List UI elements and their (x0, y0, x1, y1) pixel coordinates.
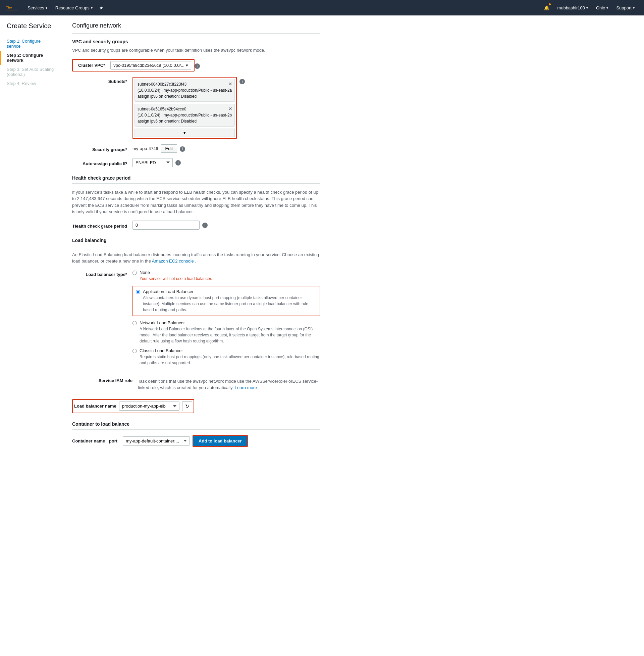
subnet2-id: subnet-0e5165e42b94cce0 (138, 106, 232, 112)
ec2-console-link[interactable]: Amazon EC2 console (152, 259, 194, 264)
nav-right-section: 🔔 mubbashir100 ▾ Ohio ▾ Support ▾ (540, 0, 639, 16)
health-check-description: If your service's tasks take a while to … (72, 189, 320, 215)
page-title: Create Service (0, 22, 62, 37)
health-check-title: Health check grace period (72, 175, 320, 181)
notification-dot (549, 3, 551, 5)
container-divider (72, 430, 320, 430)
cluster-vpc-value: vpc-0195fa9cdb23e56c9 (10.0.0.0/... (113, 63, 184, 68)
lb-none-content: None Your service will not use a load ba… (140, 270, 212, 282)
health-check-row: Health check grace period i (72, 221, 320, 229)
vpc-description: VPC and security groups are configurable… (72, 47, 320, 54)
security-group-value: my-app-4746 (133, 146, 158, 151)
cluster-vpc-select[interactable]: vpc-0195fa9cdb23e56c9 (10.0.0.0/... ▾ (110, 61, 191, 69)
subnet2-ipv6: assign ipv6 on creation: Disabled (138, 118, 232, 124)
subnets-control: subnet-00400b27c3f223f43 (10.0.0.0/24) |… (133, 77, 320, 139)
lb-option-clb: Classic Load Balancer Requires static ho… (133, 348, 320, 366)
iam-label: Service IAM role (72, 378, 133, 383)
subnets-info[interactable]: i (239, 79, 245, 84)
subnet1-cidr: (10.0.0.0/24) | my-app-production/Public… (138, 87, 232, 93)
sidebar-step-2[interactable]: Step 2: Configure network (0, 51, 62, 65)
lb-option-none: None Your service will not use a load ba… (133, 270, 212, 282)
cluster-vpc-info[interactable]: i (194, 63, 200, 69)
lb-refresh-button[interactable]: ↻ (182, 401, 192, 411)
lb-none-desc: Your service will not use a load balance… (140, 276, 212, 282)
lb-alb-radio[interactable] (136, 290, 140, 294)
lb-divider (72, 246, 320, 246)
service-iam-section: Service IAM role Task definitions that u… (72, 378, 320, 391)
cluster-vpc-label: Cluster VPC* (75, 62, 108, 69)
support-chevron: ▾ (633, 6, 635, 10)
iam-text: Task definitions that use the awsvpc net… (138, 378, 320, 391)
vpc-section-title: VPC and security groups (72, 39, 320, 44)
lb-alb-desc: Allows containers to use dynamic host po… (143, 295, 317, 313)
lb-none-label: None (140, 270, 212, 275)
container-name-port-select[interactable]: my-app-default-container:... (123, 436, 190, 445)
region-nav[interactable]: Ohio ▾ (592, 0, 612, 16)
lb-clb-content: Classic Load Balancer Requires static ho… (140, 348, 320, 366)
lb-option-nlb: Network Load Balancer A Network Load Bal… (133, 320, 320, 344)
security-groups-info[interactable]: i (180, 146, 185, 152)
container-row: Container name : port my-app-default-con… (72, 435, 320, 447)
user-nav[interactable]: mubbashir100 ▾ (553, 0, 592, 16)
security-group-wrap: my-app-4746 Edit (133, 144, 177, 153)
notifications-nav[interactable]: 🔔 (540, 0, 553, 16)
region-chevron: ▾ (606, 6, 608, 10)
lb-clb-radio[interactable] (133, 349, 137, 353)
health-check-section: Health check grace period If your servic… (72, 175, 320, 229)
load-balancing-title: Load balancing (72, 238, 320, 243)
lb-clb-label: Classic Load Balancer (140, 348, 320, 353)
cluster-vpc-chevron: ▾ (186, 63, 188, 68)
main-content: Configure network VPC and security group… (62, 16, 330, 656)
auto-assign-info[interactable]: i (176, 160, 181, 166)
security-groups-label: Security groups* (72, 145, 133, 152)
learn-more-link[interactable]: Learn more (235, 385, 257, 390)
auto-assign-label: Auto-assign public IP (72, 159, 133, 166)
security-groups-row: Security groups* my-app-4746 Edit i (72, 144, 320, 153)
lb-alb-content: Application Load Balancer Allows contain… (143, 289, 317, 313)
sidebar-step-1[interactable]: Step 1: Configure service (0, 37, 62, 51)
subnet-item-1: subnet-00400b27c3f223f43 (10.0.0.0/24) |… (135, 79, 235, 102)
health-check-control: i (133, 221, 320, 229)
svg-text:aws: aws (6, 5, 9, 7)
lb-name-select[interactable]: production-my-app-elb (119, 401, 180, 411)
auto-assign-select[interactable]: ENABLED DISABLED (133, 158, 173, 167)
rg-chevron: ▾ (91, 6, 93, 10)
iam-row: Service IAM role Task definitions that u… (72, 378, 320, 391)
lb-name-wrap: Load balancer name production-my-app-elb… (72, 399, 194, 413)
lb-type-row: Load balancer type* None Your service wi… (72, 270, 320, 370)
subnets-container: subnet-00400b27c3f223f43 (10.0.0.0/24) |… (133, 77, 237, 139)
lb-nlb-radio[interactable] (133, 321, 137, 325)
lb-nlb-content: Network Load Balancer A Network Load Bal… (140, 320, 320, 344)
security-groups-control: my-app-4746 Edit i (133, 144, 320, 153)
subnets-dropdown[interactable]: ▾ (135, 129, 235, 137)
favorites-nav[interactable]: ★ (97, 0, 106, 16)
sidebar-step-4: Step 4: Review (0, 79, 62, 88)
resource-groups-nav[interactable]: Resource Groups ▾ (51, 0, 97, 16)
bell-icon: 🔔 (544, 5, 549, 10)
lb-none-radio[interactable] (133, 270, 137, 275)
aws-logo[interactable]: aws (5, 4, 18, 12)
subnets-row: Subnets* subnet-00400b27c3f223f43 (10.0.… (72, 77, 320, 139)
lb-option-alb: Application Load Balancer Allows contain… (133, 286, 320, 316)
subnet1-ipv6: assign ipv6 on creation: Disabled (138, 93, 232, 100)
edit-security-group-button[interactable]: Edit (161, 144, 177, 153)
lb-clb-desc: Requires static host port mappings (only… (140, 354, 320, 366)
lb-description: An Elastic Load Balancing load balancer … (72, 252, 320, 265)
subnet1-close[interactable]: ✕ (228, 81, 232, 88)
sidebar-step-3: Step 3: Set Auto Scaling (optional) (0, 65, 62, 79)
cluster-vpc-row: Cluster VPC* vpc-0195fa9cdb23e56c9 (10.0… (72, 59, 320, 71)
health-check-input[interactable] (133, 221, 200, 229)
lb-name-label: Load balancer name (74, 403, 116, 409)
services-chevron: ▾ (46, 6, 47, 10)
load-balancing-section: Load balancing An Elastic Load Balancing… (72, 238, 320, 413)
services-nav[interactable]: Services ▾ (23, 0, 51, 16)
lb-alb-radio-row: Application Load Balancer Allows contain… (136, 289, 317, 313)
subnet2-close[interactable]: ✕ (228, 105, 232, 112)
add-to-lb-button[interactable]: Add to load balancer (192, 435, 248, 447)
container-name-port-label: Container name : port (72, 438, 117, 443)
page-layout: Create Service Step 1: Configure service… (0, 16, 644, 656)
health-check-info[interactable]: i (202, 223, 208, 228)
svg-rect-0 (6, 10, 18, 10)
support-nav[interactable]: Support ▾ (612, 0, 639, 16)
lb-nlb-label: Network Load Balancer (140, 320, 320, 325)
